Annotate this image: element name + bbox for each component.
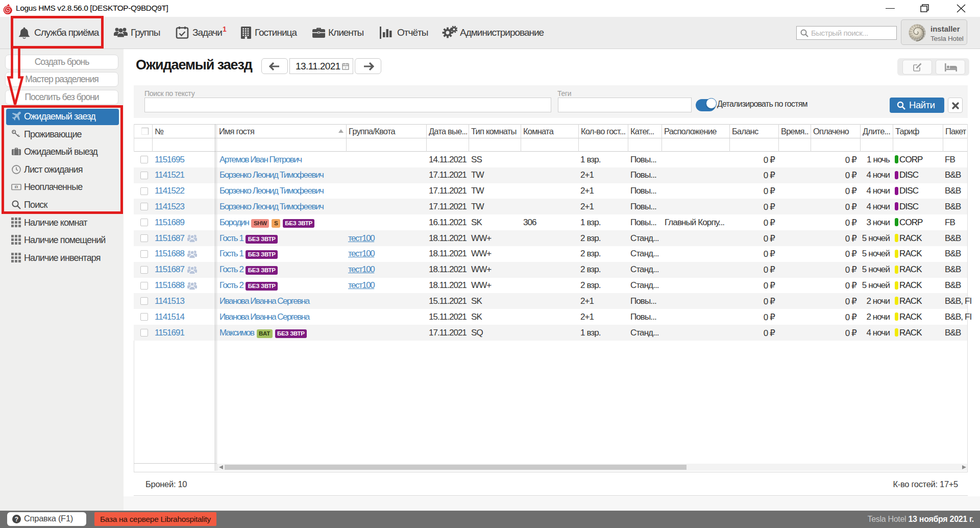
svg-text:7: 7 bbox=[345, 66, 347, 69]
svg-text:?: ? bbox=[15, 516, 18, 523]
